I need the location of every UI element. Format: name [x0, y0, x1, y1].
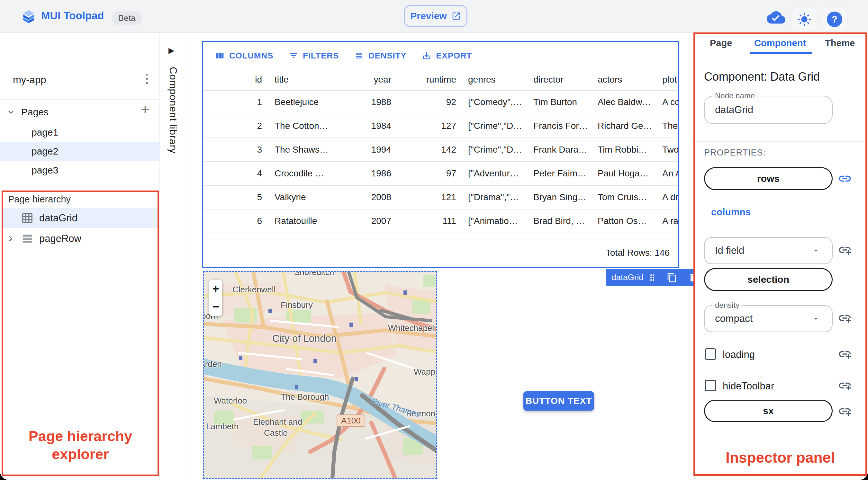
columns-button[interactable]: COLUMNS — [209, 45, 280, 66]
expand-panel-icon[interactable]: ▶ — [168, 46, 174, 55]
table-row[interactable]: 2 The Cotton… 1984 127 ["Crime","D… Fran… — [203, 115, 678, 138]
grid-cell: Francis For… — [524, 121, 589, 131]
table-row[interactable]: 5 Valkyrie 2008 121 ["Drama","… Bryan Si… — [203, 186, 678, 210]
inspector-divider — [695, 141, 867, 142]
sidebar-divider — [0, 99, 159, 100]
column-header[interactable]: id — [203, 74, 267, 85]
sidebar-item-page1[interactable]: page1 — [0, 123, 159, 142]
grid-cell: 97 — [396, 168, 460, 179]
data-grid-icon — [21, 212, 33, 224]
hierarchy-item-label: pageRow — [39, 233, 81, 245]
column-header[interactable]: plot — [653, 74, 678, 85]
bind-sx-link-icon[interactable] — [838, 404, 852, 418]
map-zoom-control: + − — [209, 280, 222, 316]
page-row-icon — [21, 233, 33, 245]
grid-cell: ["Animatio… — [460, 216, 524, 226]
grid-cell: The Shaws… — [267, 145, 332, 155]
datagrid-component[interactable]: COLUMNS FILTERS DENSITY EXPORT id title — [202, 41, 679, 268]
component-library-label: Component library — [167, 67, 179, 154]
table-row[interactable]: 1 Beetlejuice 1988 92 ["Comedy",… Tim Bu… — [203, 91, 678, 115]
column-header[interactable]: title — [267, 74, 332, 85]
table-row[interactable]: 6 Ratatouille 2007 111 ["Animatio… Brad … — [203, 210, 678, 233]
hierarchy-item-pagerow[interactable]: pageRow — [2, 229, 158, 249]
selection-property-button[interactable]: selection — [704, 268, 833, 291]
grid-cell: A dr — [653, 192, 678, 202]
toolpad-logo-icon — [21, 10, 36, 24]
bind-loading-link-icon[interactable] — [838, 347, 852, 361]
map-component[interactable]: Shoreditch Clerkenwell Finsbury Whitecha… — [203, 271, 437, 479]
column-header[interactable]: director — [524, 74, 589, 85]
id-field-select[interactable]: Id field — [704, 237, 833, 264]
loading-label: loading — [723, 349, 755, 360]
map-zoom-in-button[interactable]: + — [209, 280, 222, 298]
column-header[interactable]: actors — [589, 74, 653, 85]
grid-cell: An A — [653, 168, 678, 179]
grid-cell: Alec Baldw… — [589, 97, 653, 107]
grid-cell: 92 — [396, 97, 460, 107]
column-header[interactable]: year — [332, 74, 396, 85]
grid-cell: Tim Burton — [524, 97, 589, 107]
grid-cell: A co — [653, 97, 678, 107]
grid-cell: 2007 — [332, 216, 396, 226]
grid-cell: 1986 — [332, 168, 396, 179]
columns-property-link[interactable]: columns — [711, 206, 751, 218]
hierarchy-item-datagrid[interactable]: dataGrid — [2, 208, 158, 228]
datagrid-empty-strip — [203, 233, 678, 238]
column-header[interactable]: runtime — [396, 74, 460, 85]
toolbar-button-label: COLUMNS — [229, 51, 273, 61]
tab-page[interactable]: Page — [710, 38, 732, 49]
density-label: density — [712, 301, 742, 310]
tab-component[interactable]: Component — [754, 38, 806, 49]
beta-badge: Beta — [112, 11, 142, 25]
properties-label: PROPERTIES: — [704, 148, 766, 158]
cloud-done-icon[interactable] — [767, 10, 785, 24]
light-mode-icon — [797, 12, 812, 27]
bind-idfield-link-icon[interactable] — [838, 243, 852, 257]
map-place-label: Finsbury — [281, 300, 313, 310]
help-button[interactable]: ? — [822, 6, 847, 32]
pages-label: Pages — [21, 107, 49, 118]
map-place-label: Elephant and — [253, 417, 302, 427]
export-button[interactable]: EXPORT — [415, 45, 478, 66]
grid-cell: Tom Cruis… — [589, 192, 653, 202]
bind-hidetoolbar-link-icon[interactable] — [838, 379, 852, 393]
hidetoolbar-checkbox[interactable] — [705, 380, 716, 391]
map-zoom-out-button[interactable]: − — [209, 298, 222, 316]
component-library-panel[interactable]: ▶ Component library — [160, 33, 186, 480]
filters-button[interactable]: FILTERS — [282, 45, 345, 66]
sx-property-button[interactable]: sx — [704, 400, 833, 422]
dropdown-arrow-icon — [811, 314, 820, 323]
loading-checkbox[interactable] — [705, 348, 716, 360]
sidebar-item-page3[interactable]: page3 — [0, 161, 159, 180]
column-header[interactable]: genres — [460, 74, 524, 85]
bind-rows-link-icon[interactable] — [838, 171, 852, 186]
dropdown-arrow-icon — [811, 246, 820, 255]
selection-chip[interactable]: dataGrid — [606, 269, 703, 286]
pages-tree-root[interactable]: Pages — [0, 103, 159, 121]
table-row[interactable]: 3 The Shaws… 1994 142 ["Crime","D… Frank… — [203, 138, 678, 162]
datagrid-toolbar: COLUMNS FILTERS DENSITY EXPORT — [203, 42, 678, 69]
map-place-label: Clerkenwell — [232, 285, 276, 295]
bind-density-link-icon[interactable] — [838, 311, 852, 325]
button-component[interactable]: BUTTON TEXT — [523, 391, 594, 411]
grid-cell: 121 — [396, 192, 460, 202]
grid-cell: Valkyrie — [267, 192, 332, 202]
grid-cell: 1 — [203, 97, 267, 107]
theme-toggle-button[interactable] — [792, 6, 817, 32]
sidebar-item-page2[interactable]: page2 — [0, 142, 159, 161]
table-row[interactable]: 4 Crocodile … 1986 97 ["Adventur… Peter … — [203, 162, 678, 186]
grid-cell: 111 — [396, 216, 460, 226]
drag-handle-icon[interactable] — [648, 273, 657, 282]
more-options-icon[interactable]: ⋮ — [141, 72, 153, 85]
tab-theme[interactable]: Theme — [825, 38, 855, 49]
grid-cell: 4 — [203, 168, 267, 179]
density-button[interactable]: DENSITY — [348, 45, 413, 66]
add-page-button[interactable]: + — [141, 102, 150, 117]
map-tiles — [204, 272, 437, 479]
grid-cell: Tim Robbi… — [589, 145, 653, 155]
density-icon — [354, 51, 364, 60]
preview-button[interactable]: Preview — [404, 5, 467, 27]
rows-property-button[interactable]: rows — [704, 167, 833, 190]
duplicate-icon[interactable] — [667, 273, 677, 283]
hierarchy-item-label: dataGrid — [39, 212, 78, 224]
